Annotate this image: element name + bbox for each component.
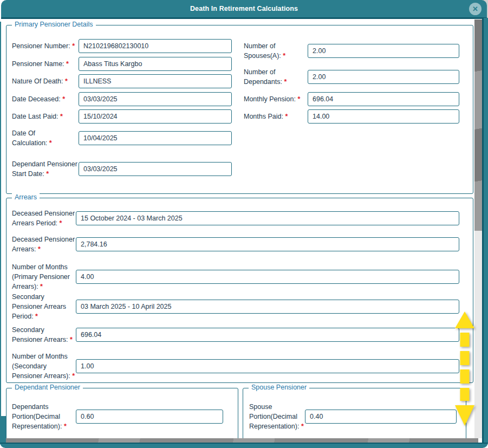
deceased-arrears-period-label: Deceased Pensioner Arrears Period: *: [12, 209, 76, 228]
field-number-of-dependants: Number of Dependants: *: [244, 65, 459, 89]
field-spouse-portion: Spouse Portion(Decimal Representation): …: [249, 401, 457, 432]
page: { "modal": { "title": "Death In Retireme…: [0, 0, 488, 448]
monthly-pension-input[interactable]: [308, 92, 459, 106]
modal-bottom-left-corner: [0, 416, 6, 446]
secondary-arrears-period-input[interactable]: [76, 300, 459, 314]
field-monthly-pension: Monthly Pension: *: [244, 92, 459, 106]
arrears-section-legend: Arrears: [12, 193, 40, 201]
field-number-of-spouses: Number of Spouses(A): *: [244, 39, 459, 63]
field-date-of-calculation: Date Of Calculation: *: [12, 126, 232, 150]
modal-title: Death In Retirement Calculations: [190, 5, 298, 12]
deceased-arrears-input[interactable]: [76, 237, 459, 251]
secondary-arrears-period-label: Secondary Pensioner Arrears Period: *: [12, 292, 76, 321]
number-of-spouses-label: Number of Spouses(A): *: [244, 41, 308, 61]
pensioner-name-input[interactable]: [79, 57, 232, 71]
field-dependants-portion: Dependants Portion(Decimal Representatio…: [12, 401, 223, 432]
field-dependant-start-date: Dependant Pensioner Start Date: *: [12, 153, 232, 185]
dependants-portion-label: Dependants Portion(Decimal Representatio…: [12, 402, 76, 431]
death-in-retirement-modal: Death In Retirement Calculations ✕ Prima…: [0, 0, 488, 448]
secondary-arrears-label: Secondary Pensioner Arrears: *: [12, 325, 76, 345]
field-months-primary-arrears: Number of Months (Primary Pensioner Arre…: [12, 261, 459, 293]
months-paid-label: Months Paid: *: [244, 112, 308, 121]
field-date-deceased: Date Deceased: *: [12, 92, 232, 106]
number-of-spouses-input[interactable]: [308, 44, 459, 58]
modal-bottom-border: [0, 443, 488, 448]
pensioner-number-label: Pensioner Number: *: [12, 41, 79, 51]
secondary-arrears-input[interactable]: [76, 328, 459, 342]
primary-section-legend: Primary Pensioner Details: [12, 21, 96, 28]
date-of-calculation-input[interactable]: [79, 131, 232, 145]
field-deceased-arrears: Deceased Pensioner Arrears: *: [12, 232, 459, 256]
scroll-annotation-arrow-icon: [454, 311, 476, 426]
date-of-calculation-label: Date Of Calculation: *: [12, 128, 79, 148]
field-secondary-arrears-period: Secondary Pensioner Arrears Period: *: [12, 295, 459, 319]
deceased-arrears-period-input[interactable]: [76, 211, 459, 225]
pensioner-number-input[interactable]: [79, 39, 232, 53]
deceased-arrears-label: Deceased Pensioner Arrears: *: [12, 235, 76, 254]
field-months-paid: Months Paid: *: [244, 109, 459, 124]
field-secondary-arrears: Secondary Pensioner Arrears: *: [12, 323, 459, 347]
modal-header: Death In Retirement Calculations ✕: [1, 0, 487, 19]
monthly-pension-label: Monthly Pension: *: [244, 94, 308, 104]
field-nature-of-death: Nature Of Death: *: [12, 74, 232, 88]
field-pensioner-number: Pensioner Number: *: [12, 39, 232, 53]
close-icon: ✕: [472, 5, 478, 12]
field-deceased-arrears-period: Deceased Pensioner Arrears Period: *: [12, 206, 459, 230]
field-months-secondary-arrears: Number of Months (Secondary Pensioner Ar…: [12, 350, 459, 382]
months-secondary-arrears-input[interactable]: [76, 359, 459, 373]
modal-right-border: [482, 18, 488, 443]
months-primary-arrears-label: Number of Months (Primary Pensioner Arre…: [12, 262, 76, 291]
pensioner-name-label: Pensioner Name: *: [12, 59, 79, 69]
date-last-paid-input[interactable]: [79, 109, 232, 124]
dependant-start-date-label: Dependant Pensioner Start Date: *: [12, 159, 79, 179]
date-deceased-input[interactable]: [79, 92, 232, 106]
number-of-dependants-input[interactable]: [308, 70, 459, 84]
spouse-portion-input[interactable]: [305, 410, 457, 424]
months-secondary-arrears-label: Number of Months (Secondary Pensioner Ar…: [12, 352, 76, 381]
dependant-section-legend: Dependant Pensioner: [12, 384, 83, 391]
nature-of-death-input[interactable]: [79, 74, 232, 88]
months-primary-arrears-input[interactable]: [76, 270, 459, 284]
modal-left-border: [0, 22, 1, 444]
field-pensioner-name: Pensioner Name: *: [12, 57, 232, 71]
dependant-start-date-input[interactable]: [79, 162, 232, 176]
vertical-scrollbar-thumb[interactable]: [474, 20, 482, 231]
nature-of-death-label: Nature Of Death: *: [12, 76, 79, 86]
spouse-portion-label: Spouse Portion(Decimal Representation): …: [249, 402, 305, 431]
months-paid-input[interactable]: [308, 109, 459, 124]
dependants-portion-input[interactable]: [76, 410, 223, 424]
close-button[interactable]: ✕: [469, 3, 482, 15]
field-date-last-paid: Date Last Paid: *: [12, 109, 232, 124]
spouse-section-legend: Spouse Pensioner: [249, 384, 309, 391]
date-last-paid-label: Date Last Paid: *: [12, 112, 79, 121]
number-of-dependants-label: Number of Dependants: *: [244, 67, 308, 87]
date-deceased-label: Date Deceased: *: [12, 94, 79, 104]
vertical-scrollbar[interactable]: [474, 20, 482, 438]
